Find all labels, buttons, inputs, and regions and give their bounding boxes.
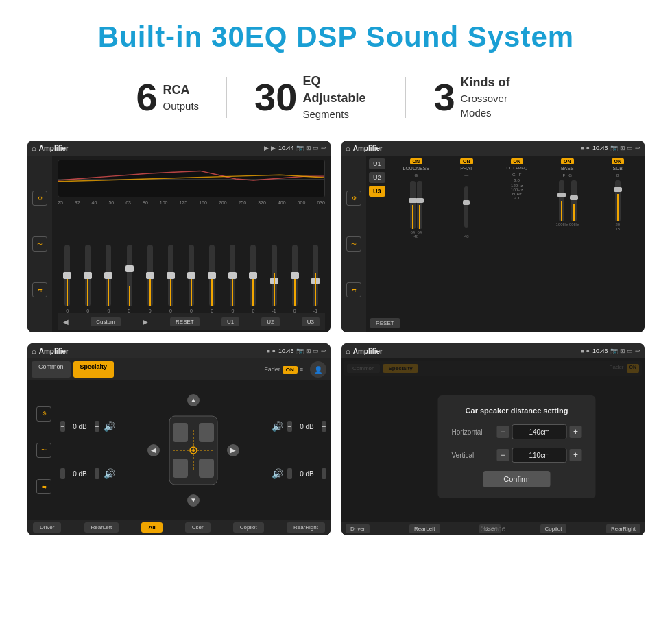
- fader-user-icon[interactable]: 👤: [310, 361, 326, 378]
- svg-point-8: [192, 449, 195, 452]
- fader-label: Fader: [264, 366, 280, 373]
- fader-on-btn[interactable]: ON: [283, 366, 298, 374]
- eq-slider-8[interactable]: 0: [202, 245, 221, 313]
- distance-rearright-btn[interactable]: RearRight: [606, 524, 640, 533]
- eq-u2-btn[interactable]: U2: [261, 317, 279, 326]
- fader-user-btn[interactable]: User: [185, 522, 211, 533]
- eq-u3-btn[interactable]: U3: [302, 317, 320, 326]
- fader-rearright-btn[interactable]: RearRight: [287, 522, 325, 533]
- eq-slider-3[interactable]: 0: [99, 245, 118, 313]
- eq-slider-12[interactable]: 0: [285, 245, 304, 313]
- eq-u1-btn[interactable]: U1: [221, 317, 239, 326]
- svg-rect-3: [173, 459, 188, 478]
- fader-db4-plus[interactable]: +: [322, 468, 326, 479]
- fader-db4-value: 0 dB: [295, 470, 319, 478]
- distance-home-icon[interactable]: ⌂: [346, 347, 350, 355]
- fader-driver-btn[interactable]: Driver: [33, 522, 61, 533]
- eq-next-btn[interactable]: ▶: [143, 318, 148, 326]
- fader-eq-icon[interactable]: ⚙: [36, 406, 51, 422]
- eq-slider-1[interactable]: 0: [58, 245, 77, 313]
- crossover-sidebar: ⚙ 〜 ⇆: [341, 156, 366, 332]
- cx-u1-btn[interactable]: U1: [369, 158, 385, 169]
- eq-reset-btn[interactable]: RESET: [170, 317, 200, 326]
- eq-graph: [58, 160, 325, 197]
- cx-bass-sliders: 100Hz 90Hz: [556, 179, 579, 227]
- cx-u2-btn[interactable]: U2: [369, 172, 385, 183]
- fader-db4-minus[interactable]: −: [287, 468, 292, 479]
- dialog-horizontal-minus[interactable]: −: [497, 426, 509, 438]
- dialog-horizontal-plus[interactable]: +: [570, 426, 582, 438]
- cx-phat-toggle[interactable]: ON: [460, 158, 473, 164]
- fader-wave-icon[interactable]: 〜: [36, 443, 51, 458]
- cx-modes: U1 U2 U3 ON LOUDNESS G: [369, 158, 642, 239]
- eq-custom-btn[interactable]: Custom: [91, 317, 121, 326]
- eq-slider-11[interactable]: -1: [265, 245, 284, 313]
- eq-settings-icon[interactable]: ⚙: [32, 191, 47, 206]
- eq-prev-btn[interactable]: ◀: [63, 318, 69, 326]
- dialog-confirm-btn[interactable]: Confirm: [483, 471, 551, 487]
- eq-bottom-bar: ◀ Custom ▶ RESET U1 U2 U3: [58, 313, 325, 330]
- distance-driver-btn[interactable]: Driver: [346, 524, 370, 533]
- svg-rect-1: [173, 423, 188, 442]
- eq-slider-9[interactable]: 0: [223, 245, 242, 313]
- fader-tab-specialty[interactable]: Specialty: [73, 361, 115, 378]
- distance-copilot-btn[interactable]: Copilot: [540, 524, 567, 533]
- eq-slider-4[interactable]: 5: [119, 245, 139, 313]
- fader-db2-minus[interactable]: −: [60, 468, 65, 479]
- cx-sub-toggle[interactable]: ON: [612, 158, 625, 164]
- eq-slider-10[interactable]: 0: [243, 245, 263, 313]
- fader-tab-common[interactable]: Common: [32, 361, 71, 378]
- fader-left-btn[interactable]: ◀: [147, 444, 160, 456]
- eq-main: 25 32 40 50 63 80 100 125 160 200 250 32…: [52, 156, 331, 332]
- page-wrapper: Built-in 30EQ DSP Sound System 6 RCA Out…: [0, 0, 672, 634]
- eq-slider-2[interactable]: 0: [78, 245, 97, 313]
- fader-db3-minus[interactable]: −: [287, 421, 292, 432]
- eq-slider-7[interactable]: 0: [182, 245, 201, 313]
- eq-topbar: ⌂ Amplifier ▶ ▶ 10:44 📷 ⊠ ▭ ↩: [27, 141, 331, 156]
- fader-all-btn[interactable]: All: [141, 522, 162, 533]
- fader-left-panel: ⚙ 〜 ⇆: [32, 385, 56, 515]
- distance-rearleft-btn[interactable]: RearLeft: [409, 524, 440, 533]
- cx-u3-btn[interactable]: U3: [369, 186, 385, 197]
- fader-left-db: − 0 dB + 🔊 − 0 dB + 🔊: [60, 385, 115, 515]
- fader-db1-plus[interactable]: +: [95, 421, 99, 432]
- cx-bass-toggle[interactable]: ON: [561, 158, 574, 164]
- eq-wave-icon[interactable]: 〜: [32, 236, 47, 252]
- cx-cutfreq-toggle[interactable]: ON: [511, 158, 524, 164]
- cx-arrows-icon[interactable]: ⇆: [346, 282, 361, 297]
- crossover-home-icon[interactable]: ⌂: [346, 144, 350, 152]
- fader-arrows-icon[interactable]: ⇆: [36, 479, 51, 494]
- fader-db2-plus[interactable]: +: [95, 468, 99, 479]
- fader-speaker-icon-3: 🔊: [272, 421, 283, 432]
- fader-copilot-btn[interactable]: Copilot: [233, 522, 264, 533]
- fader-rearleft-btn[interactable]: RearLeft: [84, 522, 119, 533]
- cx-reset-area: RESET: [369, 317, 642, 330]
- fader-down-btn[interactable]: ▼: [187, 494, 200, 507]
- home-icon[interactable]: ⌂: [32, 144, 36, 152]
- dialog-title: Car speaker distance setting: [452, 406, 582, 415]
- cx-settings-icon[interactable]: ⚙: [346, 191, 361, 206]
- dialog-horizontal-label: Horizontal: [452, 428, 493, 436]
- dialog-vertical-row: Vertical − 110cm +: [452, 448, 582, 463]
- cx-reset-btn[interactable]: RESET: [370, 318, 400, 328]
- fader-home-icon[interactable]: ⌂: [32, 347, 36, 355]
- fader-db3-plus[interactable]: +: [322, 421, 326, 432]
- eq-slider-5[interactable]: 0: [141, 245, 160, 313]
- fader-content: Common Specialty Fader ON ≡ 👤 ⚙ 〜 ⇆: [27, 358, 331, 535]
- dialog-vertical-value: 110cm: [512, 448, 567, 463]
- dialog-vertical-minus[interactable]: −: [497, 449, 509, 461]
- dialog-vertical-label: Vertical: [452, 452, 493, 459]
- eq-arrows-icon[interactable]: ⇆: [32, 282, 47, 297]
- cx-wave-icon[interactable]: 〜: [346, 236, 361, 252]
- eq-title: Amplifier: [39, 145, 262, 152]
- fader-up-btn[interactable]: ▲: [187, 394, 200, 406]
- watermark: Seicane: [481, 525, 505, 533]
- fader-right-btn[interactable]: ▶: [227, 444, 239, 456]
- eq-slider-6[interactable]: 0: [161, 245, 180, 313]
- svg-rect-4: [199, 459, 214, 478]
- eq-slider-13[interactable]: -1: [306, 245, 325, 313]
- fader-db2-value: 0 dB: [68, 470, 92, 478]
- dialog-vertical-plus[interactable]: +: [570, 449, 582, 461]
- cx-loudness-toggle[interactable]: ON: [410, 158, 423, 164]
- fader-db1-minus[interactable]: −: [60, 421, 65, 432]
